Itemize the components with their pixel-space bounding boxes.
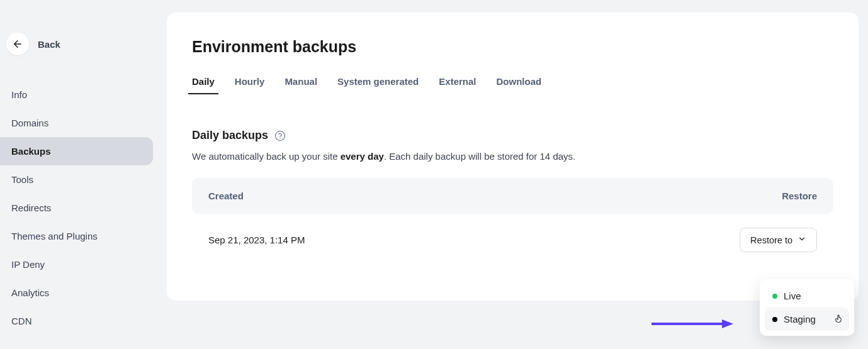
cursor-pointer-icon [834, 313, 844, 326]
restore-dropdown: Live Staging [760, 279, 854, 336]
table-row: Sep 21, 2023, 1:14 PM Restore to [192, 214, 833, 266]
dropdown-item-label: Live [784, 291, 801, 301]
sidebar-item-themes-plugins[interactable]: Themes and Plugins [0, 222, 153, 250]
sidebar-item-info[interactable]: Info [0, 80, 153, 109]
main-panel: Environment backups Daily Hourly Manual … [167, 13, 859, 301]
sidebar: Back Info Domains Backups Tools Redirect… [0, 0, 167, 349]
sidebar-item-analytics[interactable]: Analytics [0, 279, 153, 307]
back-label: Back [38, 39, 60, 50]
tab-hourly[interactable]: Hourly [235, 76, 265, 94]
backups-table: Created Restore Sep 21, 2023, 1:14 PM Re… [192, 178, 833, 266]
arrow-left-icon [6, 33, 29, 55]
tab-manual[interactable]: Manual [285, 76, 317, 94]
section-description: We automatically back up your site every… [192, 151, 833, 162]
status-dot-icon [772, 294, 777, 299]
tab-system-generated[interactable]: System generated [337, 76, 419, 94]
sidebar-item-backups[interactable]: Backups [0, 137, 153, 165]
cell-created: Sep 21, 2023, 1:14 PM [208, 235, 305, 245]
sidebar-item-redirects[interactable]: Redirects [0, 194, 153, 222]
tabs: Daily Hourly Manual System generated Ext… [192, 76, 833, 94]
tab-download[interactable]: Download [497, 76, 542, 94]
sidebar-item-ip-deny[interactable]: IP Deny [0, 250, 153, 279]
dropdown-item-live[interactable]: Live [765, 284, 849, 307]
dropdown-item-label: Staging [784, 314, 816, 324]
sidebar-item-tools[interactable]: Tools [0, 165, 153, 194]
col-restore: Restore [782, 191, 817, 201]
tab-external[interactable]: External [439, 76, 476, 94]
dropdown-item-staging[interactable]: Staging [765, 307, 849, 331]
table-header: Created Restore [192, 178, 833, 214]
col-created: Created [208, 191, 244, 201]
svg-marker-4 [722, 319, 733, 328]
tab-daily[interactable]: Daily [192, 76, 215, 94]
back-button[interactable]: Back [0, 33, 167, 55]
status-dot-icon [772, 317, 777, 322]
annotation-arrow-icon [651, 318, 733, 330]
sidebar-nav: Info Domains Backups Tools Redirects The… [0, 80, 167, 335]
help-icon[interactable] [274, 130, 286, 141]
restore-to-label: Restore to [750, 235, 792, 245]
chevron-down-icon [798, 235, 806, 245]
page-title: Environment backups [192, 38, 833, 56]
section-title: Daily backups [192, 129, 268, 142]
restore-to-button[interactable]: Restore to [740, 228, 817, 252]
sidebar-item-cdn[interactable]: CDN [0, 307, 153, 335]
sidebar-item-domains[interactable]: Domains [0, 109, 153, 137]
